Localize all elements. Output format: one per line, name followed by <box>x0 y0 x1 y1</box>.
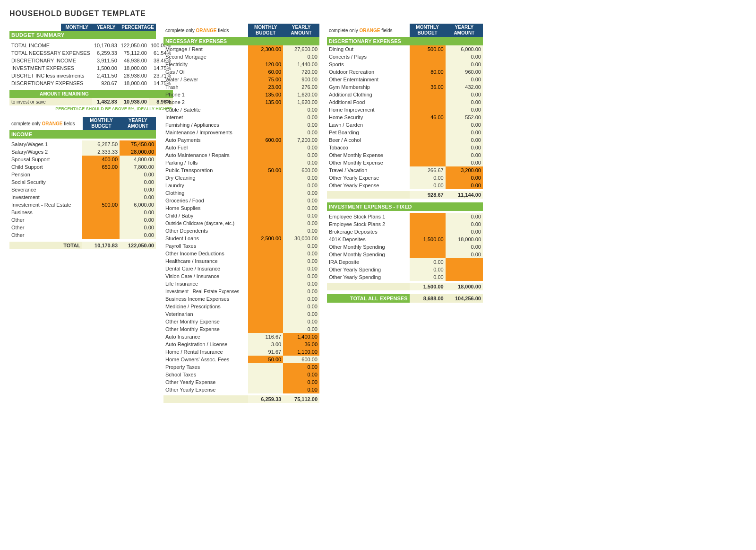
disc-row-yearly: 552.00 <box>446 113 483 121</box>
ne-row-monthly[interactable] <box>248 53 283 61</box>
ne-row-monthly[interactable] <box>248 280 283 288</box>
invest-row-yearly[interactable] <box>446 258 483 266</box>
disc-row-yearly: 0.00 <box>446 136 483 144</box>
ne-row-monthly[interactable] <box>248 197 283 204</box>
ne-row-monthly[interactable]: 75.00 <box>248 76 283 83</box>
disc-row-monthly[interactable] <box>410 98 446 106</box>
ne-row-yearly[interactable]: 0.00 <box>283 378 319 386</box>
invest-row-yearly[interactable] <box>446 273 483 281</box>
ne-row-monthly[interactable] <box>248 204 283 212</box>
ne-row-monthly: 3.00 <box>248 340 283 348</box>
income-row-label: Other <box>9 224 82 231</box>
disc-row-monthly[interactable]: 36.00 <box>410 83 446 91</box>
ne-row-label: Other Income Deductions <box>163 250 248 257</box>
ne-row-monthly[interactable] <box>248 318 283 325</box>
ne-row-monthly[interactable] <box>248 129 283 136</box>
disc-row-monthly[interactable] <box>410 159 446 166</box>
ne-row-label: Trash <box>163 83 248 91</box>
ne-row-yearly[interactable]: 0.00 <box>283 363 319 371</box>
ne-row-monthly[interactable] <box>248 121 283 129</box>
summary-dili-yearly: 28,938.00 <box>119 72 149 79</box>
ne-row-monthly[interactable] <box>248 250 283 257</box>
summary-di-monthly: 3,911.50 <box>92 57 119 64</box>
disc-row-yearly[interactable]: 0.00 <box>446 174 483 182</box>
ne-row-yearly[interactable]: 1,100.00 <box>283 348 319 356</box>
ne-row-monthly[interactable] <box>248 310 283 318</box>
invest-row-monthly[interactable] <box>410 228 446 236</box>
ne-row-label: Internet <box>163 113 248 121</box>
ne-row-monthly[interactable] <box>248 272 283 280</box>
ne-row-monthly[interactable] <box>248 303 283 310</box>
ne-row-monthly[interactable] <box>248 265 283 272</box>
ne-row-label: Dental Care / Insurance <box>163 265 248 272</box>
invest-total-label <box>327 283 410 290</box>
ne-row-yearly[interactable]: 1,400.00 <box>283 333 319 340</box>
ne-row-monthly[interactable] <box>248 288 283 295</box>
ne-row-monthly[interactable] <box>248 219 283 227</box>
invest-row-monthly[interactable]: 1,500.00 <box>410 236 446 243</box>
income-row-label: Investement <box>9 193 82 201</box>
disc-row-monthly[interactable] <box>410 129 446 136</box>
disc-row-monthly[interactable]: 46.00 <box>410 113 446 121</box>
ne-row-monthly[interactable] <box>248 295 283 303</box>
ne-row-monthly[interactable]: 2,500.00 <box>248 235 283 242</box>
ne-row-yearly[interactable]: 36.00 <box>283 340 319 348</box>
ne-row-monthly[interactable]: 600.00 <box>248 136 283 144</box>
income-biz-monthly <box>82 209 120 216</box>
disc-row-label: Other Yearly Expense <box>327 174 410 182</box>
invest-row-monthly[interactable] <box>410 243 446 251</box>
ne-row-yearly[interactable]: 0.00 <box>283 386 319 393</box>
disc-row-monthly[interactable] <box>410 144 446 151</box>
invest-row-monthly[interactable] <box>410 213 446 220</box>
ne-row-monthly[interactable] <box>248 257 283 265</box>
summary-row-label: INVESTMENT EXPENSES <box>9 64 92 72</box>
ne-row-monthly[interactable] <box>248 325 283 333</box>
ne-row-monthly[interactable]: 23.00 <box>248 83 283 91</box>
disc-row-monthly[interactable] <box>410 76 446 83</box>
disc-row-monthly[interactable] <box>410 91 446 98</box>
ne-row-monthly[interactable] <box>248 144 283 151</box>
invest-row-monthly[interactable] <box>410 251 446 258</box>
disc-row-monthly[interactable] <box>410 61 446 68</box>
ne-row-monthly[interactable]: 50.00 <box>248 356 283 363</box>
disc-row-label: Dining Out <box>327 45 410 53</box>
ne-row-monthly[interactable] <box>248 212 283 219</box>
disc-row-monthly[interactable]: 80.00 <box>410 68 446 76</box>
disc-row-monthly[interactable] <box>410 53 446 61</box>
disc-row-monthly[interactable] <box>410 121 446 129</box>
summary-di-yearly: 46,938.00 <box>119 57 149 64</box>
ne-row-yearly: 0.00 <box>283 129 319 136</box>
ne-row-monthly[interactable]: 120.00 <box>248 61 283 68</box>
total-all-monthly: 8,688.00 <box>410 294 446 303</box>
ne-row-monthly[interactable] <box>248 182 283 189</box>
ne-row-monthly[interactable] <box>248 227 283 235</box>
disc-row-yearly[interactable]: 0.00 <box>446 182 483 189</box>
invest-row-yearly[interactable] <box>446 266 483 273</box>
disc-row-yearly[interactable]: 3,200.00 <box>446 166 483 174</box>
ne-row-monthly[interactable] <box>248 113 283 121</box>
ne-row-monthly[interactable] <box>248 189 283 197</box>
disc-row-monthly[interactable]: 500.00 <box>410 45 446 53</box>
ne-orange-label: ORANGE <box>196 28 216 33</box>
ne-row-monthly[interactable]: 135.00 <box>248 91 283 98</box>
budget-summary-label: BUDGET SUMMARY <box>9 31 156 39</box>
ne-row-yearly: 720.00 <box>283 68 319 76</box>
ne-row-label: Property Taxes <box>163 363 248 371</box>
disc-row-monthly[interactable] <box>410 136 446 144</box>
invest-row-monthly[interactable] <box>410 220 446 228</box>
ne-row-monthly[interactable]: 50.00 <box>248 166 283 174</box>
ne-row-monthly[interactable]: 2,300.00 <box>248 45 283 53</box>
disc-row-yearly: 0.00 <box>446 53 483 61</box>
disc-row-monthly[interactable] <box>410 106 446 113</box>
ne-row-monthly[interactable] <box>248 106 283 113</box>
ne-row-monthly[interactable] <box>248 242 283 250</box>
ne-row-monthly[interactable]: 60.00 <box>248 68 283 76</box>
disc-row-yearly: 6,000.00 <box>446 45 483 53</box>
disc-row-monthly[interactable] <box>410 151 446 159</box>
ne-row-monthly[interactable] <box>248 159 283 166</box>
ne-row-monthly[interactable] <box>248 151 283 159</box>
ne-row-monthly[interactable] <box>248 174 283 182</box>
ne-row-monthly[interactable]: 135.00 <box>248 98 283 106</box>
invest-row-label: Brokerage Deposites <box>327 228 410 236</box>
ne-row-yearly[interactable]: 0.00 <box>283 371 319 378</box>
